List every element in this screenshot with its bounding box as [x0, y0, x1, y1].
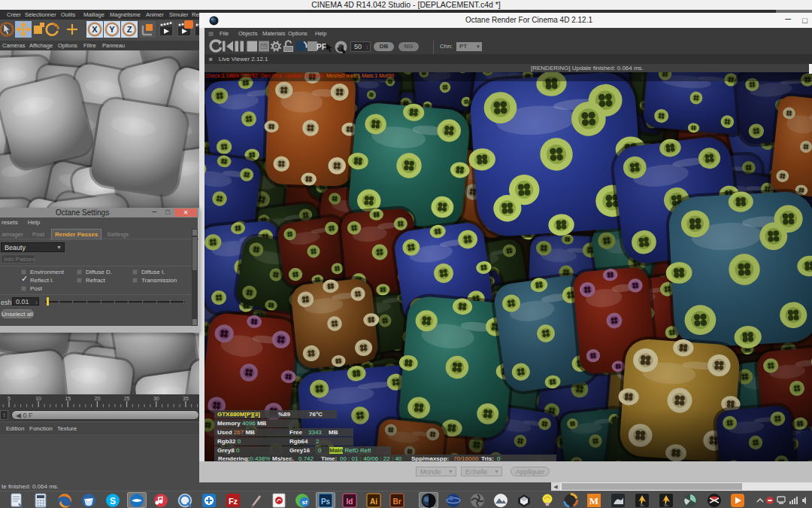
svg-text:30: 30 — [153, 396, 159, 401]
svg-text:Ps: Ps — [321, 497, 331, 506]
svg-text:15: 15 — [65, 396, 71, 401]
svg-text:Id: Id — [347, 497, 353, 506]
svg-text:X: X — [92, 25, 98, 34]
svg-text:Y: Y — [109, 25, 115, 34]
svg-text:10: 10 — [35, 396, 41, 401]
svg-text:20: 20 — [95, 396, 101, 401]
svg-text:3ds: 3ds — [640, 503, 644, 507]
svg-text:35: 35 — [183, 396, 189, 401]
svg-text:sf: sf — [301, 499, 307, 506]
svg-text:EU: EU — [262, 44, 267, 49]
svg-text:25: 25 — [124, 396, 130, 401]
svg-text:S: S — [110, 496, 116, 506]
svg-text:3ds: 3ds — [664, 503, 668, 507]
svg-text:Br: Br — [392, 497, 401, 506]
svg-text:Z: Z — [127, 25, 132, 34]
svg-text:Fz: Fz — [229, 497, 238, 506]
svg-text:M: M — [589, 495, 598, 506]
svg-text:Ai: Ai — [370, 497, 377, 506]
svg-text:5: 5 — [8, 396, 11, 401]
